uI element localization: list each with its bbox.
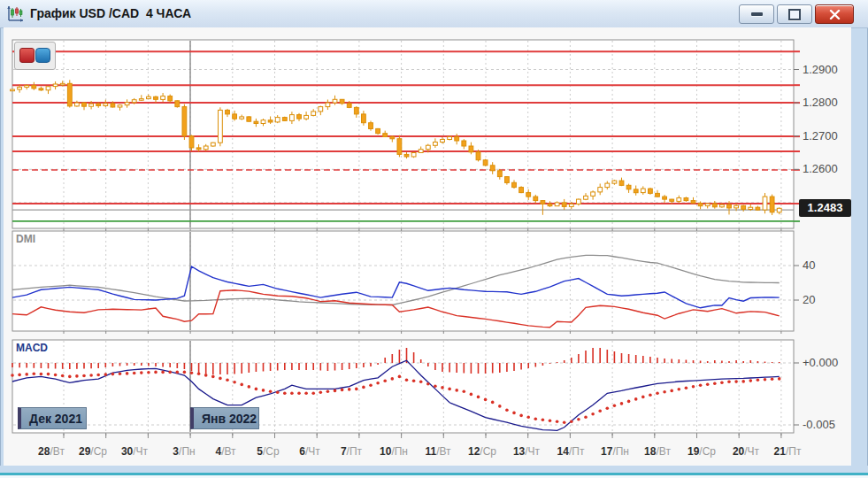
title-bar: График USD /CAD 4 ЧАСА: [0, 0, 868, 28]
red-marker-button[interactable]: [19, 48, 35, 63]
blue-marker-button[interactable]: [35, 48, 50, 63]
chart-canvas[interactable]: [4, 27, 849, 465]
chart-client-area: DMI MACD Дек 2021 Янв 2022 1.2483 1.2900…: [4, 27, 851, 466]
minimize-icon: [751, 12, 763, 16]
chart-icon: [7, 5, 25, 22]
restore-icon: [788, 9, 801, 20]
restore-button[interactable]: [777, 4, 812, 24]
window-title: График USD /CAD 4 ЧАСА: [30, 6, 191, 20]
minimize-button[interactable]: [739, 4, 774, 24]
chart-toolbar: [14, 42, 56, 70]
app-window: График USD /CAD 4 ЧАСА DMI MACD Дек 2021…: [0, 0, 868, 478]
close-button[interactable]: [815, 4, 854, 24]
close-icon: [829, 10, 841, 19]
window-controls: [739, 4, 854, 24]
window-frame-bottom: [0, 466, 868, 478]
